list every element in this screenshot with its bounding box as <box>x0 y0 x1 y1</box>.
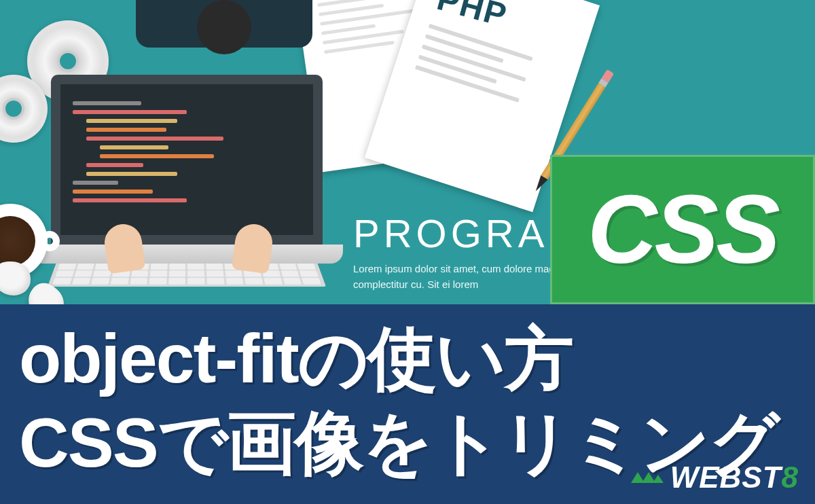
person-illustration <box>136 0 312 68</box>
logo-mark-icon <box>627 464 666 491</box>
banner-line-1: object-fitの使い方 <box>19 317 796 401</box>
css-badge: CSS <box>550 155 815 304</box>
css-badge-label: CSS <box>587 174 778 285</box>
laptop-screen <box>51 75 323 245</box>
laptop-illustration <box>31 75 343 306</box>
logo-text: WEBST8 <box>670 461 799 494</box>
webst8-logo: WEBST8 <box>627 461 799 494</box>
